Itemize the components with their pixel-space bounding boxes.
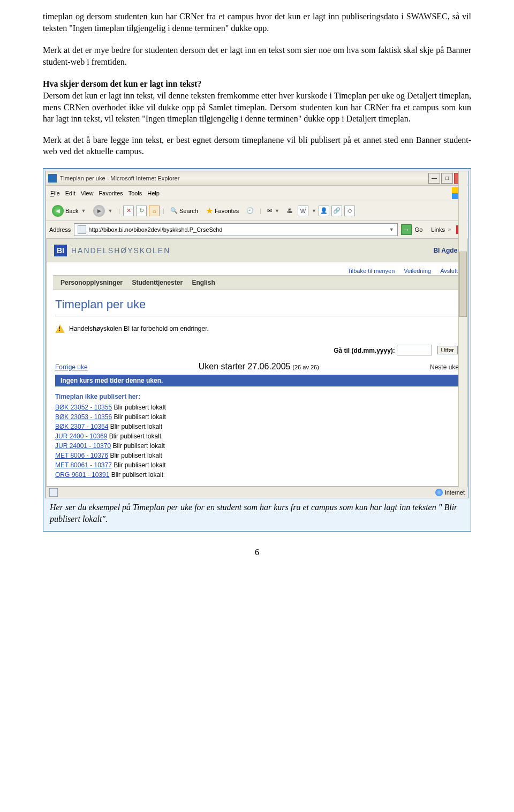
course-code-link[interactable]: MET 8006 - 10376 [55, 452, 108, 459]
course-code-link[interactable]: BØK 2307 - 10354 [55, 423, 108, 430]
back-arrow-icon: ◄ [52, 205, 64, 217]
link-button[interactable]: 🔗 [331, 206, 342, 216]
word-button[interactable]: W [298, 206, 308, 216]
next-week-link: Neste uke [430, 363, 459, 371]
screenshot-figure: Timeplan per uke - Microsoft Internet Ex… [43, 168, 471, 532]
window-titlebar: Timeplan per uke - Microsoft Internet Ex… [46, 171, 468, 186]
upper-links: Tilbake til menyen Veiledning Avslutt [47, 262, 467, 275]
extra-button[interactable]: ◇ [344, 206, 355, 216]
go-button[interactable]: → [401, 224, 412, 235]
week-nav: Forrige uke Uken starter 27.06.2005 (26 … [47, 360, 467, 374]
notice-text: Handelshøyskolen BI tar forbehold om end… [69, 325, 209, 332]
body-paragraph-1: timeplan og dersom studenten kun har CRN… [43, 11, 471, 34]
unpublished-heading: Timeplan ikke publisert her: [47, 388, 467, 403]
maximize-button[interactable]: □ [441, 173, 453, 184]
goto-date-input[interactable] [397, 345, 432, 355]
link-tilbake[interactable]: Tilbake til menyen [347, 268, 395, 274]
history-icon: 🕘 [246, 207, 254, 214]
menu-tools[interactable]: Tools [128, 190, 142, 196]
course-row: BØK 2307 - 10354 Blir publisert lokalt [55, 422, 459, 431]
bi-logo: BI [54, 245, 67, 256]
print-button[interactable]: 🖶 [284, 206, 296, 216]
search-button[interactable]: 🔍 Search [168, 206, 201, 216]
menu-favorites[interactable]: Favorites [99, 190, 123, 196]
course-text: Blir publisert lokalt [112, 404, 166, 411]
course-text: Blir publisert lokalt [112, 461, 166, 469]
mail-icon: ✉ [267, 207, 272, 214]
stop-button[interactable]: ✕ [123, 206, 134, 216]
divider [55, 316, 459, 317]
course-code-link[interactable]: BØK 23053 - 10356 [55, 413, 112, 421]
course-row: JUR 2400 - 10369 Blir publisert lokalt [55, 431, 459, 441]
messenger-button[interactable]: 👤 [319, 206, 329, 216]
course-row: JUR 24001 - 10370 Blir publisert lokalt [55, 441, 459, 451]
nav-bar: Personopplysninger Studenttjenester Engl… [53, 275, 461, 290]
status-bar: Internet [46, 487, 468, 498]
window-title: Timeplan per uke - Microsoft Internet Ex… [60, 175, 428, 181]
url-dropdown-icon[interactable]: ▼ [389, 227, 394, 232]
status-page-icon [49, 488, 58, 497]
nav-person[interactable]: Personopplysninger [61, 279, 123, 286]
course-code-link[interactable]: BØK 23052 - 10355 [55, 404, 112, 411]
course-row: ORG 9601 - 10391 Blir publisert lokalt [55, 470, 459, 480]
page-number: 6 [43, 548, 471, 557]
page-icon [78, 225, 86, 234]
forward-arrow-icon: ► [93, 205, 105, 217]
body-paragraph-3: Dersom det kun er lagt inn tekst, vil de… [43, 91, 471, 123]
course-code-link[interactable]: JUR 24001 - 10370 [55, 442, 111, 450]
goto-submit-button[interactable]: Utfør [437, 346, 458, 354]
nav-student[interactable]: Studenttjenester [132, 279, 183, 286]
goto-label: Gå til (dd.mm.yyyy): [334, 346, 395, 354]
prev-week-link[interactable]: Forrige uke [55, 363, 88, 371]
course-row: BØK 23052 - 10355 Blir publisert lokalt [55, 403, 459, 412]
print-icon: 🖶 [287, 208, 293, 214]
bi-header: BI HANDELSHØYSKOLEN BI Agder [47, 239, 467, 262]
toolbar: ◄ Back▼ ►▼ | ✕ ↻ ⌂ | 🔍 Search ★ Favorite… [46, 201, 468, 221]
scrollbar-thumb[interactable] [459, 252, 467, 317]
link-avslutt[interactable]: Avslutt [440, 268, 458, 274]
body-paragraph-4: Merk at det å bare legge inn tekst, er b… [43, 134, 471, 157]
address-label: Address [49, 226, 71, 233]
ie-window: Timeplan per uke - Microsoft Internet Ex… [46, 171, 468, 498]
body-paragraph-2: Merk at det er mye bedre for studenten d… [43, 44, 471, 67]
course-code-link[interactable]: JUR 2400 - 10369 [55, 432, 107, 440]
course-code-link[interactable]: ORG 9601 - 10391 [55, 471, 109, 479]
minimize-button[interactable]: — [428, 173, 440, 184]
internet-zone-icon [435, 489, 443, 496]
links-expand-icon[interactable]: » [448, 227, 451, 232]
body-question-3: Hva skjer dersom det kun er lagt inn tek… [43, 79, 201, 88]
figure-caption: Her ser du eksempel på Timeplan per uke … [46, 498, 468, 529]
refresh-button[interactable]: ↻ [136, 206, 147, 216]
course-code-link[interactable]: MET 80061 - 10377 [55, 461, 112, 469]
goto-row: Gå til (dd.mm.yyyy): Utfør [47, 343, 467, 360]
ie-app-icon [48, 174, 57, 183]
warning-icon [55, 324, 65, 333]
bi-site-name: BI Agder [433, 247, 460, 254]
nav-english[interactable]: English [192, 279, 215, 286]
favorites-button[interactable]: ★ Favorites [203, 204, 241, 217]
mail-button[interactable]: ✉▼ [264, 206, 282, 216]
back-button[interactable]: ◄ Back▼ [49, 203, 88, 218]
week-count-label: (26 av 26) [292, 364, 319, 370]
menu-bar: File Edit View Favorites Tools Help [46, 186, 468, 201]
course-list: BØK 23052 - 10355 Blir publisert lokaltB… [47, 403, 467, 486]
home-button[interactable]: ⌂ [149, 206, 160, 216]
page-title: Timeplan per uke [47, 290, 467, 316]
menu-help[interactable]: Help [147, 190, 160, 196]
menu-edit[interactable]: Edit [65, 190, 75, 196]
forward-button[interactable]: ►▼ [90, 203, 115, 218]
url-text: http://bibox.bi.no/bibox2devl/byskkshd.P… [88, 226, 222, 233]
course-text: Blir publisert lokalt [111, 442, 165, 450]
link-veiledning[interactable]: Veiledning [404, 268, 431, 274]
notice-row: Handelshøyskolen BI tar forbehold om end… [47, 321, 467, 343]
links-label[interactable]: Links [431, 226, 445, 233]
url-input[interactable]: http://bibox.bi.no/bibox2devl/byskkshd.P… [74, 223, 397, 236]
menu-view[interactable]: View [81, 190, 94, 196]
course-row: MET 80061 - 10377 Blir publisert lokalt [55, 460, 459, 470]
course-row: MET 8006 - 10376 Blir publisert lokalt [55, 451, 459, 460]
menu-file[interactable]: File [50, 190, 60, 196]
browser-content: BI HANDELSHØYSKOLEN BI Agder Tilbake til… [46, 239, 468, 487]
history-button[interactable]: 🕘 [244, 206, 256, 216]
search-icon: 🔍 [170, 207, 178, 214]
scrollbar[interactable] [458, 171, 467, 487]
